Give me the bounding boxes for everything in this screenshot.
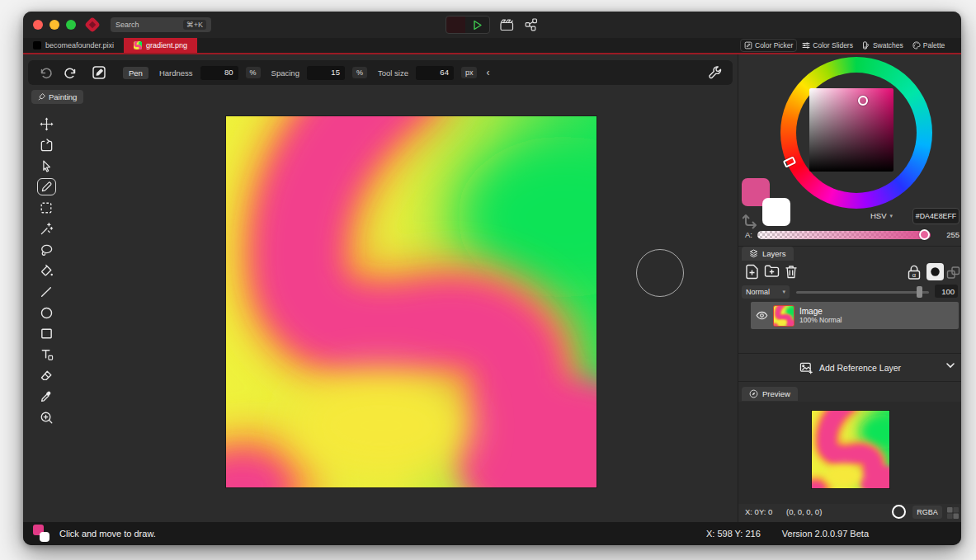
rectangle-icon [40, 327, 54, 341]
wrench-icon [708, 66, 722, 80]
link-cels-icon [946, 266, 960, 280]
layer-info: 100% Normal [799, 316, 842, 324]
link-cels-button[interactable] [946, 266, 960, 280]
tool-ellipse[interactable] [34, 303, 59, 323]
add-reference-layer-button[interactable]: Add Reference Layer [738, 355, 961, 381]
new-group-button[interactable] [764, 264, 780, 278]
layer-row-image[interactable]: Image 100% Normal [751, 302, 959, 329]
blend-mode-dropdown[interactable]: Normal ▾ [742, 285, 790, 299]
tool-pen[interactable] [34, 176, 59, 197]
undo-button[interactable] [38, 64, 54, 81]
layers-panel-tab[interactable]: Layers [742, 247, 794, 261]
channel-mode-button[interactable]: RGBA [912, 506, 942, 519]
tool-size-input[interactable]: 64 [416, 66, 454, 80]
tool-rectangle[interactable] [34, 323, 59, 344]
move-icon [40, 117, 54, 131]
sv-selector[interactable] [858, 96, 868, 106]
right-panel: HSV ▾ #DA4E8EFF A: 255 Layers [738, 54, 961, 522]
tool-settings-button[interactable] [706, 64, 723, 81]
edit-mode-button[interactable] [91, 64, 107, 81]
status-hint: Click and move to draw. [59, 529, 156, 539]
saturation-value-square[interactable] [809, 88, 893, 172]
search-shortcut: ⌘+K [183, 20, 206, 30]
file-tab-label: gradient.png [146, 41, 187, 49]
tab-color-picker[interactable]: Color Picker [741, 40, 796, 51]
tool-marquee[interactable] [34, 198, 59, 219]
layer-thumbnail [774, 306, 794, 326]
file-tab-gradient[interactable]: gradient.png [124, 38, 197, 53]
spacing-input[interactable]: 15 [307, 66, 345, 80]
file-tab-becomeafounder[interactable]: becomeafounder.pixi [23, 38, 124, 53]
tool-text[interactable] [34, 344, 59, 365]
opacity-slider-handle[interactable] [917, 286, 922, 298]
redo-button[interactable] [62, 64, 78, 81]
swap-colors-button[interactable] [743, 213, 759, 229]
mini-color-swatches[interactable] [33, 525, 51, 543]
eraser-icon [40, 369, 54, 383]
hardness-unit-button[interactable]: % [246, 67, 261, 78]
tool-size-unit-button[interactable]: px [461, 67, 478, 78]
tab-swatches[interactable]: Swatches [859, 40, 907, 51]
brush-icon [38, 93, 45, 101]
play-button[interactable] [446, 16, 490, 34]
file-thumbnail-dark [33, 41, 41, 49]
new-group-icon [764, 264, 780, 278]
preview-panel-tab[interactable]: Preview [742, 387, 798, 401]
play-icon [472, 20, 483, 31]
layers-icon [749, 249, 758, 258]
tiles-icon[interactable] [946, 506, 959, 520]
tool-select[interactable] [34, 156, 59, 176]
tool-eyedropper[interactable] [34, 386, 59, 407]
hex-color-field[interactable]: #DA4E8EFF [912, 208, 959, 224]
canvas-image[interactable] [226, 116, 596, 487]
tool-eraser[interactable] [34, 365, 59, 386]
swatches-icon [862, 41, 870, 49]
lock-alpha-icon: α [907, 265, 922, 280]
minimize-window-button[interactable] [50, 20, 59, 30]
app-logo-icon [86, 18, 99, 31]
tab-color-sliders[interactable]: Color Sliders [799, 40, 856, 51]
app-window: Search ⌘+K [23, 12, 961, 545]
mask-button[interactable] [926, 263, 944, 280]
sliders-icon [802, 41, 810, 49]
search-input[interactable]: Search ⌘+K [111, 17, 211, 32]
close-window-button[interactable] [33, 20, 43, 30]
new-layer-button[interactable] [745, 264, 759, 280]
edit-square-icon [92, 65, 106, 80]
nodes-button[interactable] [523, 16, 540, 33]
layer-name: Image [799, 307, 842, 316]
divider [738, 353, 961, 354]
tool-line[interactable] [34, 281, 59, 302]
canvas-workspace: Pen Hardness 80 % Spacing 15 % Tool size… [23, 54, 738, 522]
mini-secondary-swatch [40, 532, 50, 542]
fill-bucket-icon [40, 264, 54, 278]
delete-layer-button[interactable] [785, 265, 798, 279]
alpha-slider-handle[interactable] [919, 229, 930, 240]
animation-button[interactable] [498, 16, 515, 33]
mask-icon [926, 263, 944, 280]
preview-thumbnail [812, 411, 889, 488]
tool-magic-wand[interactable] [34, 219, 59, 239]
tool-zoom[interactable] [34, 407, 59, 427]
preview-coords: X: 0Y: 0 [745, 507, 772, 516]
opacity-slider[interactable] [796, 291, 929, 294]
secondary-color-swatch[interactable] [762, 198, 790, 226]
tab-palette[interactable]: Palette [909, 40, 948, 51]
chevron-down-icon[interactable] [946, 363, 955, 369]
palette-icon [912, 41, 921, 49]
collapse-options-button[interactable]: ‹ [486, 67, 489, 78]
tool-transform[interactable] [34, 134, 59, 155]
layer-visibility-eye-icon[interactable] [756, 311, 768, 320]
tool-options-bar: Pen Hardness 80 % Spacing 15 % Tool size… [28, 60, 733, 85]
divider [738, 381, 961, 382]
tool-lasso[interactable] [34, 239, 59, 260]
tool-move[interactable] [34, 114, 59, 134]
hardness-input[interactable]: 80 [200, 66, 238, 80]
color-model-dropdown[interactable]: HSV ▾ [866, 209, 897, 223]
spacing-unit-button[interactable]: % [352, 67, 367, 78]
lock-alpha-button[interactable]: α [907, 265, 922, 280]
alpha-slider[interactable] [757, 231, 931, 239]
mode-badge-painting[interactable]: Painting [31, 90, 83, 104]
zoom-window-button[interactable] [66, 20, 76, 30]
tool-fill-bucket[interactable] [34, 261, 59, 281]
